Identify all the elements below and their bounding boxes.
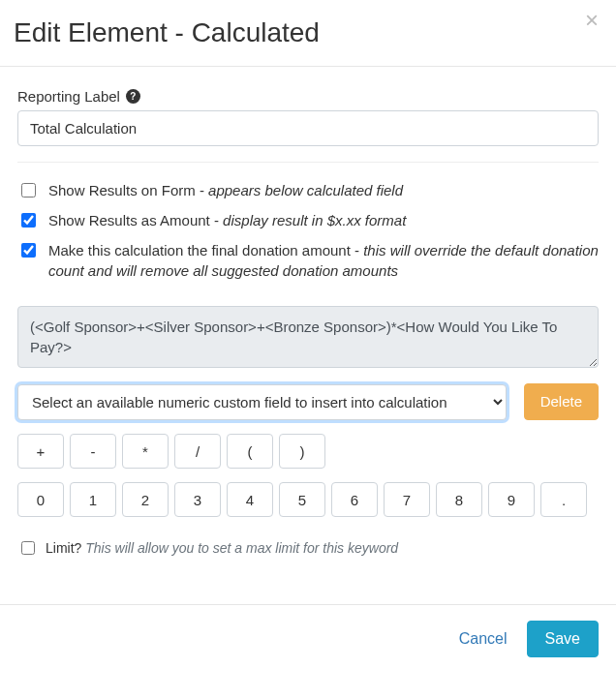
digit-row: 0123456789. (17, 482, 599, 517)
numeric-field-select[interactable]: Select an available numeric custom field… (17, 384, 507, 420)
digit-button[interactable]: 3 (174, 482, 221, 517)
operator-button[interactable]: + (17, 434, 64, 469)
show-results-form-label-wrap[interactable]: Show Results on Form - appears below cal… (48, 180, 403, 200)
operator-button[interactable]: - (70, 434, 116, 469)
show-results-form-row: Show Results on Form - appears below cal… (17, 180, 599, 200)
final-donation-label-wrap[interactable]: Make this calculation the final donation… (48, 240, 599, 281)
show-results-amount-desc: display result in $x.xx format (223, 212, 406, 228)
digit-button[interactable]: 4 (227, 482, 273, 517)
digit-button[interactable]: 0 (17, 482, 64, 517)
modal-footer: Cancel Save (0, 604, 616, 669)
limit-label: Limit? (46, 540, 81, 556)
show-results-amount-label: Show Results as Amount (48, 212, 210, 228)
digit-button[interactable]: 1 (70, 482, 116, 517)
digit-button[interactable]: 6 (331, 482, 378, 517)
final-donation-label: Make this calculation the final donation… (48, 242, 351, 258)
show-results-amount-label-wrap[interactable]: Show Results as Amount - display result … (48, 210, 406, 230)
field-select-row: Select an available numeric custom field… (17, 383, 599, 420)
digit-button[interactable]: . (540, 482, 587, 517)
help-icon[interactable]: ? (126, 89, 140, 104)
show-results-form-desc: appears below calculated field (208, 182, 403, 198)
show-results-amount-row: Show Results as Amount - display result … (17, 210, 599, 230)
operator-button[interactable]: ) (279, 434, 325, 469)
edit-element-modal: × Edit Element - Calculated Reporting La… (0, 0, 616, 679)
cancel-button[interactable]: Cancel (453, 621, 513, 657)
formula-textarea[interactable]: (<Golf Sponsor>+<Silver Sponsor>+<Bronze… (17, 306, 599, 368)
divider (17, 162, 599, 163)
modal-title: Edit Element - Calculated (14, 17, 602, 48)
digit-button[interactable]: 8 (436, 482, 482, 517)
show-results-form-checkbox[interactable] (21, 183, 36, 198)
save-button[interactable]: Save (527, 621, 599, 657)
digit-button[interactable]: 2 (122, 482, 169, 517)
limit-checkbox[interactable] (21, 541, 35, 555)
digit-button[interactable]: 5 (279, 482, 325, 517)
operator-button[interactable]: ( (227, 434, 273, 469)
operator-row: +-*/() (17, 434, 599, 469)
modal-body: Reporting Label ? Show Results on Form -… (0, 67, 616, 567)
close-button[interactable]: × (579, 8, 604, 33)
modal-header: Edit Element - Calculated (0, 0, 616, 67)
final-donation-checkbox[interactable] (21, 243, 36, 258)
reporting-label-input[interactable] (17, 110, 599, 146)
delete-button[interactable]: Delete (524, 383, 599, 420)
digit-button[interactable]: 9 (488, 482, 535, 517)
reporting-label-text: Reporting Label (17, 88, 120, 105)
operator-button[interactable]: / (174, 434, 221, 469)
limit-row: Limit? This will allow you to set a max … (17, 538, 599, 558)
limit-desc: This will allow you to set a max limit f… (85, 540, 398, 556)
digit-button[interactable]: 7 (384, 482, 430, 517)
close-icon: × (585, 7, 599, 33)
reporting-label-group: Reporting Label ? (17, 88, 599, 146)
final-donation-row: Make this calculation the final donation… (17, 240, 599, 281)
limit-label-wrap[interactable]: Limit? This will allow you to set a max … (46, 540, 398, 556)
show-results-amount-checkbox[interactable] (21, 213, 36, 228)
operator-button[interactable]: * (122, 434, 169, 469)
show-results-form-label: Show Results on Form (48, 182, 196, 198)
